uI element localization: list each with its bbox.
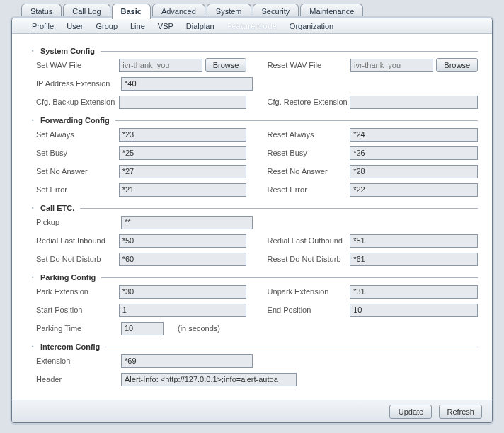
input-reset-error[interactable] [350,183,478,197]
section-title: Forwarding Config [40,116,110,125]
input-intercom-header[interactable] [121,373,297,386]
label-reset-dnd: Reset Do Not Disturb [268,255,350,263]
label-intercom-header: Header [32,375,121,383]
top-tab-bar: Status Call Log Basic Advanced System Se… [21,3,483,18]
input-park-time[interactable] [121,322,164,335]
section-marker-icon: ▪ [32,345,36,349]
tab-call-log[interactable]: Call Log [63,4,110,19]
label-set-dnd: Set Do Not Disturb [32,255,119,263]
refresh-button[interactable]: Refresh [439,405,482,419]
label-redial-out: Redial Last Outbound [268,236,350,245]
main-panel: Profile User Group Line VSP Dialplan Fea… [11,18,493,423]
section-divider [80,208,478,209]
subtab-dialplan[interactable]: Dialplan [186,22,214,30]
input-set-busy[interactable] [119,146,247,160]
content-area: ▪ System Config Set WAV File Browse Rese… [12,34,492,398]
section-divider [105,347,478,347]
input-reset-noanswer[interactable] [350,165,478,178]
subtab-vsp[interactable]: VSP [158,22,173,30]
input-pickup[interactable] [121,216,253,229]
label-reset-error: Reset Error [268,185,350,194]
label-ip-ext: IP Address Extension [32,79,121,88]
input-set-error[interactable] [119,183,247,197]
section-intercom-config: ▪ Intercom Config [32,342,478,351]
input-set-wav[interactable] [119,59,202,72]
label-set-busy: Set Busy [32,149,119,157]
input-unpark-ext[interactable] [350,285,478,299]
input-reset-always[interactable] [350,128,478,142]
label-unpark-ext: Unpark Extension [268,287,350,296]
section-divider [101,51,478,52]
input-reset-busy[interactable] [350,146,478,160]
label-set-noanswer: Set No Answer [32,167,119,175]
input-cfg-backup[interactable] [119,96,247,109]
input-ip-ext[interactable] [121,77,253,91]
section-marker-icon: ▪ [32,49,36,53]
label-set-error: Set Error [32,185,119,194]
input-redial-in[interactable] [119,234,247,248]
input-intercom-ext[interactable] [121,354,253,368]
input-park-ext[interactable] [119,285,247,299]
input-set-noanswer[interactable] [119,165,247,178]
browse-reset-wav-button[interactable]: Browse [436,58,478,72]
tab-advanced[interactable]: Advanced [152,4,205,19]
label-pickup: Pickup [32,218,121,226]
label-intercom-ext: Extension [32,357,121,365]
footer-bar: Update Refresh [12,400,492,422]
label-reset-busy: Reset Busy [268,149,350,157]
section-divider [115,120,478,121]
subtab-feature-code[interactable]: Feature Code [227,22,277,30]
section-divider [101,277,478,278]
input-set-dnd[interactable] [119,253,247,266]
section-title: Intercom Config [40,342,100,351]
section-marker-icon: ▪ [32,275,36,279]
subtab-user[interactable]: User [67,22,83,30]
section-call-etc: ▪ Call ETC. [32,204,478,212]
label-park-time: Parking Time [32,324,121,333]
section-parking-config: ▪ Parking Config [32,273,478,282]
browse-set-wav-button[interactable]: Browse [205,58,247,72]
subtab-group[interactable]: Group [96,22,118,30]
tab-status[interactable]: Status [21,4,62,19]
section-title: Parking Config [40,273,96,282]
section-forwarding-config: ▪ Forwarding Config [32,116,478,125]
section-marker-icon: ▪ [32,206,36,210]
label-set-always: Set Always [32,130,119,139]
subtab-organization[interactable]: Organization [290,22,333,30]
input-cfg-restore[interactable] [350,96,478,109]
label-cfg-backup: Cfg. Backup Extension [32,98,119,106]
label-set-wav: Set WAV File [32,61,119,69]
label-redial-in: Redial Last Inbound [32,236,119,245]
label-park-ext: Park Extension [32,287,119,296]
label-reset-noanswer: Reset No Answer [268,167,350,175]
input-reset-dnd[interactable] [350,253,478,266]
note-park-time: (in seconds) [178,324,220,333]
label-cfg-restore: Cfg. Restore Extension [268,98,350,106]
input-end-pos[interactable] [350,304,478,317]
tab-system[interactable]: System [207,4,251,19]
subtab-profile[interactable]: Profile [32,22,54,30]
input-reset-wav[interactable] [350,59,433,72]
tab-security[interactable]: Security [253,4,299,19]
input-set-always[interactable] [119,128,247,142]
tab-basic[interactable]: Basic [112,4,151,19]
section-marker-icon: ▪ [32,118,36,122]
section-system-config: ▪ System Config [32,47,478,55]
sub-tab-bar: Profile User Group Line VSP Dialplan Fea… [12,18,492,34]
input-start-pos[interactable] [119,304,247,317]
input-redial-out[interactable] [350,234,478,248]
tab-maintenance[interactable]: Maintenance [300,4,363,19]
section-title: Call ETC. [40,204,74,212]
section-title: System Config [40,47,95,55]
label-reset-always: Reset Always [268,130,350,139]
update-button[interactable]: Update [389,405,432,419]
label-start-pos: Start Position [32,306,119,314]
label-reset-wav: Reset WAV File [268,61,350,69]
label-end-pos: End Position [268,306,350,314]
subtab-line[interactable]: Line [130,22,145,30]
